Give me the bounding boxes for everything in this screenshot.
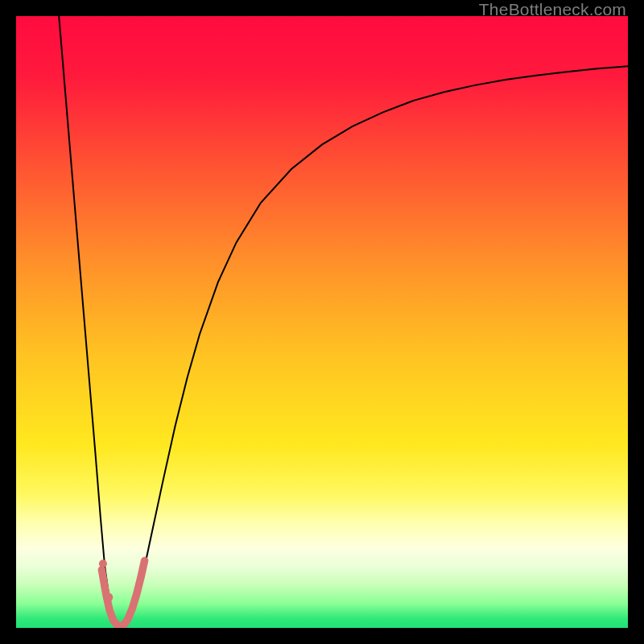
red-dot-lower: [104, 593, 113, 602]
black-curve-right: [120, 66, 628, 626]
plot-area: [16, 16, 628, 628]
red-dot-upper: [99, 559, 107, 568]
curves-layer: [16, 16, 628, 628]
black-curve-left: [59, 16, 120, 626]
watermark-text: TheBottleneck.com: [479, 0, 626, 19]
chart-frame: TheBottleneck.com: [0, 0, 644, 644]
